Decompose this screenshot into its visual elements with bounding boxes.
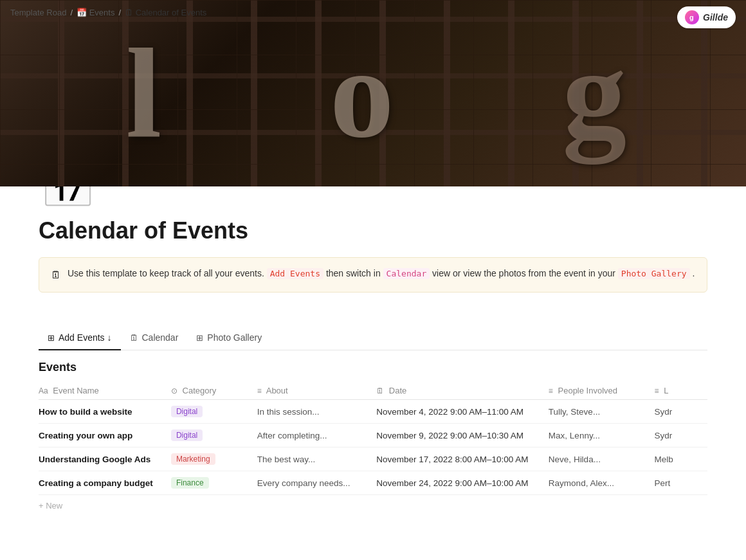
cell-name-2[interactable]: Understanding Google Ads [39, 447, 171, 471]
cell-people-3: Raymond, Alex... [549, 471, 655, 495]
hero-letter-2: o [330, 29, 388, 158]
gillde-logo[interactable]: g Gillde [677, 6, 736, 28]
cell-date-0: November 4, 2022 9:00 AM–11:00 AM [376, 400, 549, 424]
info-box: 🗓 Use this template to keep track of all… [39, 257, 707, 293]
cell-category-1: Digital [171, 424, 257, 447]
add-new-button[interactable]: + New [39, 495, 707, 516]
tab-add-events[interactable]: ⊞ Add Events ↓ [39, 327, 121, 350]
cell-people-1: Max, Lenny... [549, 424, 655, 447]
col-header-people: ≡ People Involved [549, 382, 655, 400]
breadcrumb-item-current: 🗓 Calendar of Events [125, 8, 206, 17]
events-table: Aa Event Name ⊙ Category ≡ About 🗓 Date [39, 382, 707, 495]
breadcrumb-item-events[interactable]: 📅 Events [77, 8, 114, 17]
col-icon-name: Aa [39, 386, 48, 395]
col-icon-about: ≡ [257, 386, 262, 395]
table-section: Events Aa Event Name ⊙ Category ≡ About [39, 350, 707, 516]
breadcrumb: Template Road / 📅 Events / 🗓 Calendar of… [0, 0, 217, 25]
hero-image: l o g Template Road / 📅 Events / 🗓 Calen… [0, 0, 746, 186]
cell-location-2: Melb [655, 447, 707, 471]
col-header-date: 🗓 Date [376, 382, 549, 400]
cell-date-1: November 9, 2022 9:00 AM–10:30 AM [376, 424, 549, 447]
tab-bar: ⊞ Add Events ↓ 🗓 Calendar ⊞ Photo Galler… [39, 327, 707, 350]
col-icon-people: ≡ [549, 386, 553, 395]
table-row[interactable]: Creating a company budget Finance Every … [39, 471, 707, 495]
breadcrumb-item-template-road[interactable]: Template Road [10, 8, 66, 17]
cell-category-2: Marketing [171, 447, 257, 471]
tab-photo-gallery-label: Photo Gallery [207, 332, 262, 343]
col-icon-date: 🗓 [376, 386, 384, 395]
info-box-icon: 🗓 [51, 267, 61, 283]
cell-people-2: Neve, Hilda... [549, 447, 655, 471]
table-title: Events [39, 361, 707, 374]
cell-date-2: November 17, 2022 8:00 AM–10:00 AM [376, 447, 549, 471]
breadcrumb-separator-1: / [70, 8, 73, 17]
svg-text:g: g [689, 14, 694, 21]
tab-calendar-icon: 🗓 [130, 333, 138, 343]
table-row[interactable]: Creating your own app Digital After comp… [39, 424, 707, 447]
info-text-after: . [692, 268, 695, 278]
cell-about-2: The best way... [257, 447, 376, 471]
cell-about-1: After completing... [257, 424, 376, 447]
info-text-before: Use this template to keep track of all y… [68, 268, 264, 278]
table-row[interactable]: Understanding Google Ads Marketing The b… [39, 447, 707, 471]
info-box-text: Use this template to keep track of all y… [68, 267, 695, 280]
info-text-mid2: view or view the photos from the event i… [432, 268, 615, 278]
hero-letter-3: g [562, 29, 620, 158]
col-header-location: ≡ L [655, 382, 707, 400]
hero-letter-1: l [126, 29, 156, 158]
info-link-add-events[interactable]: Add Events [267, 268, 323, 279]
col-header-name: Aa Event Name [39, 382, 171, 400]
cell-about-3: Every company needs... [257, 471, 376, 495]
page-title: Calendar of Events [39, 217, 746, 244]
cell-location-1: Sydr [655, 424, 707, 447]
cell-people-0: Tully, Steve... [549, 400, 655, 424]
col-icon-location: ≡ [655, 386, 659, 395]
col-header-category: ⊙ Category [171, 382, 257, 400]
cell-about-0: In this session... [257, 400, 376, 424]
cell-location-0: Sydr [655, 400, 707, 424]
gillde-icon: g [685, 10, 699, 24]
col-icon-category: ⊙ [171, 386, 177, 395]
info-text-mid1: then switch in [326, 268, 381, 278]
cell-category-3: Finance [171, 471, 257, 495]
info-link-photo-gallery[interactable]: Photo Gallery [618, 268, 690, 279]
col-header-about: ≡ About [257, 382, 376, 400]
cell-name-3[interactable]: Creating a company budget [39, 471, 171, 495]
gillde-label: Gillde [703, 12, 728, 23]
cell-name-0[interactable]: How to build a website [39, 400, 171, 424]
breadcrumb-separator-2: / [118, 8, 121, 17]
tab-add-events-icon: ⊞ [48, 333, 55, 343]
table-row[interactable]: How to build a website Digital In this s… [39, 400, 707, 424]
cell-location-3: Pert [655, 471, 707, 495]
tab-photo-gallery[interactable]: ⊞ Photo Gallery [187, 327, 271, 350]
cell-category-0: Digital [171, 400, 257, 424]
cell-date-3: November 24, 2022 9:00 AM–10:00 AM [376, 471, 549, 495]
tab-calendar[interactable]: 🗓 Calendar [121, 327, 188, 350]
tab-photo-gallery-icon: ⊞ [196, 333, 203, 343]
tab-add-events-label: Add Events ↓ [59, 332, 112, 343]
info-link-calendar[interactable]: Calendar [383, 268, 430, 279]
tab-calendar-label: Calendar [142, 332, 179, 343]
cell-name-1[interactable]: Creating your own app [39, 424, 171, 447]
